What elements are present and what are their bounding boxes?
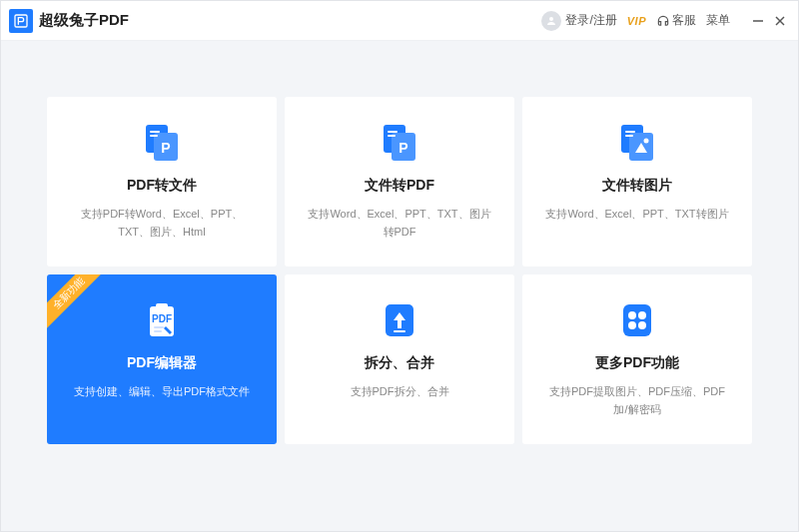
- vip-badge[interactable]: VIP: [627, 15, 646, 27]
- card-desc: 支持PDF转Word、Excel、PPT、TXT、图片、Html: [47, 205, 277, 241]
- login-register-link[interactable]: 登录/注册: [565, 12, 616, 29]
- clipboard-pdf-icon: PDF: [142, 300, 182, 340]
- support-label: 客服: [672, 12, 696, 29]
- card-file-to-pdf[interactable]: P 文件转PDF 支持Word、Excel、PPT、TXT、图片转PDF: [285, 97, 514, 266]
- card-title: PDF编辑器: [127, 354, 197, 372]
- svg-rect-20: [625, 135, 633, 137]
- headset-icon: [656, 14, 670, 28]
- svg-rect-14: [388, 135, 396, 137]
- svg-rect-25: [154, 330, 162, 332]
- svg-point-32: [638, 321, 646, 329]
- svg-point-1: [549, 17, 553, 21]
- avatar-icon[interactable]: [541, 11, 561, 31]
- title-bar: 超级兔子PDF 登录/注册 VIP 客服 菜单: [1, 1, 798, 41]
- grid-icon: [617, 300, 657, 340]
- card-title: 拆分、合并: [365, 354, 434, 372]
- svg-rect-27: [394, 330, 405, 332]
- svg-rect-22: [156, 303, 168, 309]
- menu-link[interactable]: 菜单: [706, 12, 730, 29]
- card-desc: 支持PDF提取图片、PDF压缩、PDF加/解密码: [522, 382, 752, 418]
- card-desc: 支持Word、Excel、PPT、TXT、图片转PDF: [285, 205, 514, 241]
- card-title: 文件转PDF: [365, 177, 434, 195]
- svg-rect-13: [388, 131, 398, 133]
- doc-p-icon: P: [380, 123, 419, 163]
- new-badge: 全新功能: [47, 274, 106, 330]
- card-more-features[interactable]: 更多PDF功能 支持PDF提取图片、PDF压缩、PDF加/解密码: [522, 274, 752, 444]
- card-desc: 支持Word、Excel、PPT、TXT转图片: [525, 205, 748, 223]
- minimize-button[interactable]: [750, 13, 766, 29]
- svg-text:P: P: [161, 140, 170, 156]
- svg-rect-24: [154, 326, 164, 328]
- card-title: 更多PDF功能: [595, 354, 679, 372]
- svg-point-18: [644, 139, 649, 144]
- upload-icon: [380, 300, 419, 340]
- doc-image-icon: [617, 123, 657, 163]
- svg-text:PDF: PDF: [152, 313, 172, 324]
- doc-p-icon: P: [142, 123, 182, 163]
- card-split-merge[interactable]: 拆分、合并 支持PDF拆分、合并: [285, 274, 514, 444]
- card-desc: 支持创建、编辑、导出PDF格式文件: [54, 382, 270, 400]
- svg-point-30: [638, 311, 646, 319]
- app-title: 超级兔子PDF: [39, 11, 129, 30]
- svg-rect-28: [623, 304, 651, 336]
- card-title: PDF转文件: [127, 177, 197, 195]
- feature-grid: P PDF转文件 支持PDF转Word、Excel、PPT、TXT、图片、Htm…: [1, 41, 798, 444]
- svg-rect-8: [150, 131, 160, 133]
- close-button[interactable]: [772, 13, 788, 29]
- card-pdf-to-file[interactable]: P PDF转文件 支持PDF转Word、Excel、PPT、TXT、图片、Htm…: [47, 97, 277, 266]
- svg-point-29: [628, 311, 636, 319]
- app-logo-icon: [9, 9, 33, 33]
- card-file-to-image[interactable]: 文件转图片 支持Word、Excel、PPT、TXT转图片: [522, 97, 752, 266]
- svg-text:P: P: [399, 140, 407, 156]
- svg-rect-9: [150, 135, 158, 137]
- card-pdf-editor[interactable]: 全新功能 PDF PDF编辑器 支持创建、编辑、导出PDF格式文件: [47, 274, 277, 444]
- svg-rect-19: [625, 131, 635, 133]
- support-link[interactable]: 客服: [656, 12, 696, 29]
- svg-point-31: [628, 321, 636, 329]
- card-title: 文件转图片: [602, 177, 672, 195]
- card-desc: 支持PDF拆分、合并: [331, 382, 469, 400]
